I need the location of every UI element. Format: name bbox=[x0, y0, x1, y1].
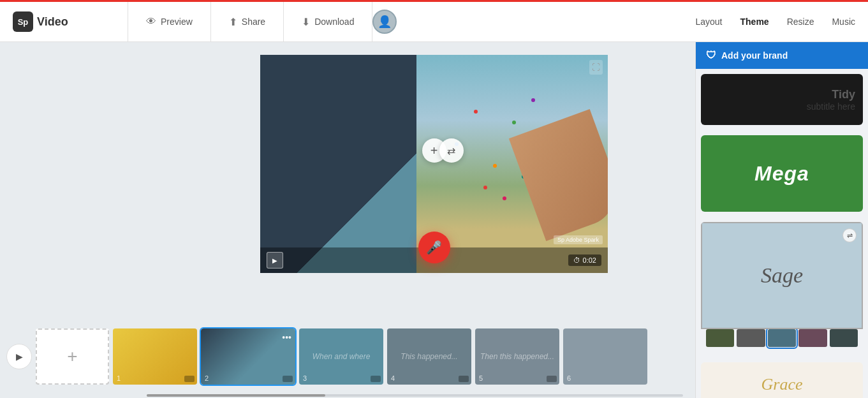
main-area: + ⇄ Sp Adobe Spark ▶ ⏱ 0:02 ⛶ 🎤 ▶ bbox=[0, 42, 868, 398]
clock-icon: ⏱ bbox=[573, 256, 580, 264]
slide-thumb-3[interactable]: 3 When and where bbox=[299, 328, 383, 385]
slide-thumb-4[interactable]: 4 This happened... bbox=[387, 328, 471, 385]
slide-thumb-2[interactable]: 2 ••• bbox=[201, 328, 295, 385]
theme-mega-text: Mega bbox=[754, 162, 809, 186]
theme-dark-preview: Tidy subtitle here bbox=[701, 74, 863, 125]
theme-sage-text: Sage bbox=[761, 263, 803, 288]
play-all-button[interactable]: ▶ bbox=[6, 344, 32, 369]
theme-button[interactable]: Theme bbox=[740, 17, 769, 27]
microphone-button[interactable]: 🎤 bbox=[418, 232, 450, 263]
slide-thumb-5[interactable]: 5 Then this happened... bbox=[475, 328, 559, 385]
share-nav-item[interactable]: ⬆ Share bbox=[211, 2, 284, 41]
resize-button[interactable]: Resize bbox=[787, 17, 814, 27]
layout-button[interactable]: Layout bbox=[695, 17, 722, 27]
app-name: Video bbox=[37, 15, 68, 29]
brand-label: Add your brand bbox=[721, 50, 788, 61]
slide-icon-3 bbox=[371, 376, 381, 382]
header: Sp Video 👁 Preview ⬆ Share ⬇ Download 👤 … bbox=[0, 2, 868, 42]
slide-swap-button[interactable]: ⇄ bbox=[439, 138, 464, 163]
theme-card-mega[interactable]: Mega bbox=[701, 135, 863, 212]
nav-bar: 👁 Preview ⬆ Share ⬇ Download bbox=[128, 2, 372, 41]
swatch-1[interactable] bbox=[706, 329, 734, 347]
video-container: + ⇄ Sp Adobe Spark ▶ ⏱ 0:02 ⛶ 🎤 bbox=[260, 55, 608, 273]
slide-thumb-1[interactable]: 1 bbox=[113, 328, 197, 385]
slide-thumb-6[interactable]: 6 bbox=[563, 328, 647, 385]
download-nav-item[interactable]: ⬇ Download bbox=[284, 2, 372, 41]
filmstrip: ▶ + 1 2 ••• 3 When and where 4 bbox=[0, 315, 695, 398]
play-button[interactable]: ▶ bbox=[267, 252, 283, 269]
right-panel: 🛡 Add your brand Tidy subtitle here Mega… bbox=[695, 42, 868, 398]
avatar-icon: 👤 bbox=[378, 15, 392, 29]
theme-dark-text2: subtitle here bbox=[807, 101, 855, 112]
pin bbox=[512, 121, 516, 124]
scroll-track bbox=[147, 394, 683, 397]
theme-swatches bbox=[701, 329, 863, 352]
shield-icon: 🛡 bbox=[706, 50, 716, 61]
download-label: Download bbox=[314, 17, 354, 27]
preview-label: Preview bbox=[161, 17, 193, 27]
swatch-3[interactable] bbox=[768, 329, 796, 347]
download-icon: ⬇ bbox=[302, 16, 310, 28]
watermark: Sp Adobe Spark bbox=[554, 235, 603, 244]
swatch-2[interactable] bbox=[737, 329, 765, 347]
theme-mega-preview: Mega bbox=[701, 135, 863, 212]
time-display: ⏱ 0:02 bbox=[568, 254, 601, 266]
theme-grace-preview: Grace bbox=[701, 362, 863, 398]
header-right-nav: Layout Theme Resize Music bbox=[695, 17, 868, 27]
theme-dark-text1: Tidy bbox=[832, 88, 855, 101]
scroll-thumb[interactable] bbox=[147, 394, 325, 397]
pin bbox=[483, 186, 487, 189]
theme-sage-preview: Sage ⇌ bbox=[701, 222, 863, 329]
slide-icon-4 bbox=[459, 376, 469, 382]
logo: Sp Video bbox=[0, 11, 128, 32]
theme-grace-text: Grace bbox=[761, 375, 803, 394]
pin bbox=[531, 98, 535, 102]
slide-icon-2 bbox=[283, 376, 293, 382]
music-button[interactable]: Music bbox=[832, 17, 855, 27]
theme-card-grace[interactable]: Grace bbox=[701, 362, 863, 398]
swatch-5[interactable] bbox=[830, 329, 858, 347]
share-icon: ⬆ bbox=[229, 16, 237, 28]
hand-overlay bbox=[509, 109, 608, 241]
pin bbox=[503, 196, 506, 200]
pin bbox=[493, 164, 497, 168]
shuffle-icon[interactable]: ⇌ bbox=[842, 228, 857, 242]
swatch-4[interactable] bbox=[798, 329, 827, 347]
logo-icon: Sp bbox=[13, 11, 33, 32]
theme-card-sage[interactable]: Sage ⇌ bbox=[701, 222, 863, 352]
brand-banner[interactable]: 🛡 Add your brand bbox=[696, 42, 868, 69]
add-slide-button[interactable]: + bbox=[36, 328, 109, 385]
filmstrip-scrollbar[interactable] bbox=[147, 393, 683, 398]
slide-icon-1 bbox=[184, 376, 195, 382]
fullscreen-button[interactable]: ⛶ bbox=[589, 60, 603, 75]
preview-icon: 👁 bbox=[146, 16, 156, 27]
theme-card-dark[interactable]: Tidy subtitle here bbox=[701, 74, 863, 125]
pin bbox=[474, 110, 478, 114]
slide-icon-5 bbox=[547, 376, 557, 382]
preview-nav-item[interactable]: 👁 Preview bbox=[128, 2, 211, 41]
avatar-button[interactable]: 👤 bbox=[372, 10, 397, 34]
share-label: Share bbox=[242, 17, 265, 27]
